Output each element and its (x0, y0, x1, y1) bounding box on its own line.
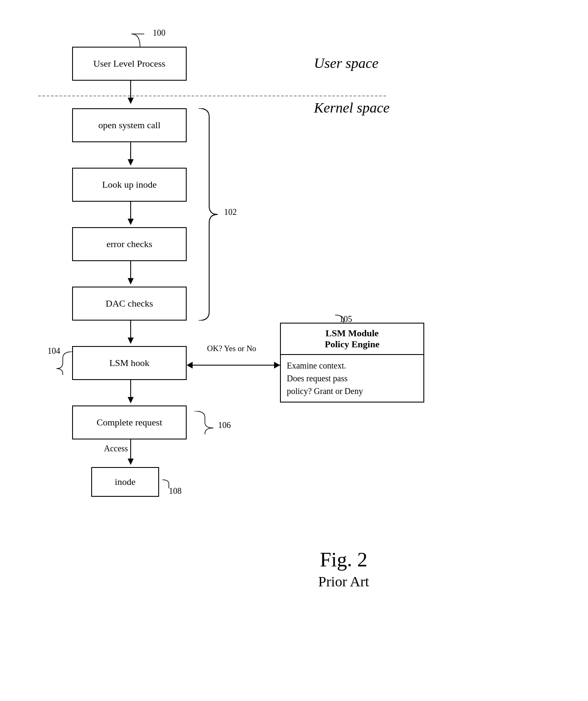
ref-102: 102 (224, 207, 237, 217)
arrow-7 (126, 439, 135, 467)
arrow-1 (126, 81, 135, 106)
ref-100: 100 (153, 28, 165, 38)
arrow-5 (126, 321, 135, 346)
access-label: Access (104, 444, 128, 453)
look-up-inode-box: Look up inode (72, 168, 187, 202)
user-level-process-label: User Level Process (93, 58, 165, 69)
svg-marker-17 (128, 459, 134, 465)
prior-art-label: Prior Art (280, 574, 407, 590)
arrow-4 (126, 261, 135, 287)
complete-request-box: Complete request (72, 405, 187, 439)
lsm-module-box: LSM Module Policy Engine Examine context… (280, 323, 424, 403)
fig-title: Fig. 2 (280, 548, 407, 571)
dashed-separator (38, 96, 386, 96)
figure-label: Fig. 2 Prior Art (280, 548, 407, 590)
svg-marker-4 (128, 159, 134, 166)
user-space-label: User space (314, 55, 378, 71)
error-checks-label: error checks (106, 239, 152, 250)
open-system-call-label: open system call (98, 120, 161, 131)
user-level-process-box: User Level Process (72, 47, 187, 81)
lsm-hook-box: LSM hook (72, 346, 187, 380)
open-system-call-box: open system call (72, 108, 187, 142)
arrow-lsm-horizontal (187, 357, 280, 374)
ref-108: 108 (169, 486, 182, 496)
lsm-module-top: LSM Module Policy Engine (281, 324, 423, 355)
dac-checks-label: DAC checks (106, 298, 153, 309)
kernel-space-label: Kernel space (314, 100, 389, 116)
arrow-3 (126, 202, 135, 227)
ref-104-brace (54, 352, 76, 375)
diagram-container: 100 User Level Process User space Kernel… (25, 17, 560, 675)
inode-label: inode (115, 476, 136, 487)
arrow-6 (126, 380, 135, 405)
ref-106-brace (190, 411, 216, 434)
svg-marker-10 (128, 338, 134, 344)
svg-marker-8 (128, 278, 134, 284)
ok-label: OK? Yes or No (207, 344, 256, 353)
ref-106: 106 (218, 420, 231, 430)
svg-marker-13 (274, 362, 280, 369)
arrow-2 (126, 142, 135, 168)
dac-checks-box: DAC checks (72, 287, 187, 321)
lsm-module-bottom: Examine context. Does request pass polic… (281, 355, 423, 402)
svg-marker-11 (187, 362, 193, 369)
inode-box: inode (91, 467, 159, 497)
lsm-hook-label: LSM hook (109, 358, 150, 369)
svg-marker-2 (128, 98, 134, 104)
brace-102 (194, 108, 220, 321)
look-up-inode-label: Look up inode (102, 179, 157, 190)
svg-marker-15 (128, 397, 134, 403)
svg-marker-6 (128, 219, 134, 225)
error-checks-box: error checks (72, 227, 187, 261)
complete-request-label: Complete request (97, 417, 162, 428)
